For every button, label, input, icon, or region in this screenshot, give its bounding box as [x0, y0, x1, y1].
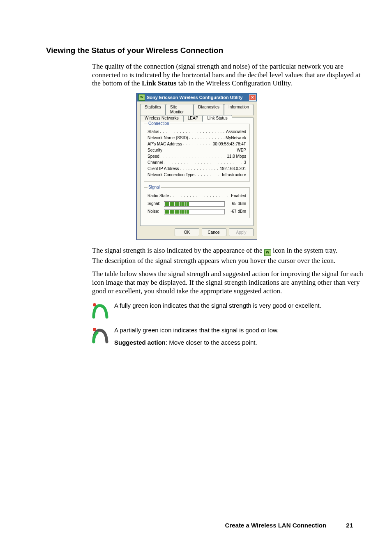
connection-row: Client IP Address192.168.0.201: [148, 166, 246, 172]
signal-icon-item: A partially green icon indicates that th…: [92, 326, 365, 347]
dots: [163, 147, 236, 153]
connection-value: 11.0 Mbps: [227, 153, 246, 159]
bar-segment: [207, 202, 209, 206]
bar-segment: [210, 210, 212, 214]
bar-segment: [165, 202, 167, 206]
signal-legend: Signal: [148, 185, 161, 190]
bar-segment: [187, 202, 189, 206]
connection-value: Infrastructure: [222, 172, 246, 178]
tab-information[interactable]: Information: [224, 104, 254, 115]
bar-segment: [212, 210, 214, 214]
footer-section-title: Create a Wireless LAN Connection: [225, 522, 327, 529]
config-utility-window: w Sony Ericsson Wireless Configuration U…: [136, 93, 257, 240]
bar-segment: [177, 202, 179, 206]
bar-segment: [214, 210, 217, 214]
bar-segment: [175, 210, 177, 214]
connection-key: Client IP Address: [148, 166, 179, 172]
bar-segment: [205, 202, 207, 206]
hover-paragraph: The description of the signal strength a…: [92, 257, 365, 265]
tray-w-icon: w: [264, 249, 271, 256]
bar-segment: [222, 210, 224, 214]
signal-icon-description: A partially green icon indicates that th…: [114, 326, 365, 347]
connection-value: WEP: [237, 147, 246, 153]
bar-segment: [200, 202, 202, 206]
tray-para-b: icon in the system tray.: [271, 246, 337, 254]
window-titlebar: w Sony Ericsson Wireless Configuration U…: [137, 93, 257, 101]
noise-label: Noise:: [148, 209, 164, 214]
radio-state-row: Radio State Enabled: [148, 193, 246, 199]
app-w-icon: w: [138, 94, 145, 101]
bar-segment: [210, 202, 212, 206]
page-footer: Create a Wireless LAN Connection 21: [225, 522, 353, 529]
bar-segment: [222, 202, 224, 206]
connection-legend: Connection: [148, 121, 170, 126]
tab-diagnostics[interactable]: Diagnostics: [194, 104, 224, 115]
signal-icon-description: A fully green icon indicates that the si…: [114, 302, 365, 310]
dialog-button-row: OK Cancel Apply: [140, 228, 254, 236]
bar-segment: [167, 210, 169, 214]
suggested-action: Suggested action: Move closer to the acc…: [114, 339, 365, 347]
tab-link-status[interactable]: Link Status: [203, 115, 232, 122]
dots: [170, 193, 230, 199]
signal-icon-list: A fully green icon indicates that the si…: [92, 302, 365, 347]
connection-value: 3: [244, 159, 246, 166]
bar-segment: [205, 210, 207, 214]
bar-segment: [175, 202, 177, 206]
connection-key: Speed: [148, 153, 159, 159]
bar-segment: [217, 202, 219, 206]
connection-key: Channel: [148, 159, 163, 166]
bar-segment: [189, 202, 191, 206]
connection-row: Channel3: [148, 159, 246, 166]
bar-segment: [165, 210, 167, 214]
signal-icon-text: A partially green icon indicates that th…: [114, 326, 365, 334]
tab-site-monitor[interactable]: Site Monitor: [166, 104, 194, 115]
suggested-action-text: : Move closer to the access point.: [166, 339, 257, 346]
cancel-button[interactable]: Cancel: [202, 228, 226, 236]
footer-page-number: 21: [346, 522, 353, 529]
signal-row: Signal: -65 dBm: [148, 201, 246, 207]
close-icon[interactable]: ×: [249, 94, 256, 101]
radio-state-label: Radio State: [148, 193, 169, 199]
section-heading: Viewing the Status of your Wireless Conn…: [46, 46, 365, 55]
connection-key: Status: [148, 129, 159, 135]
signal-bar: [164, 201, 225, 207]
signal-icon-item: A fully green icon indicates that the si…: [92, 302, 365, 319]
connection-value: MyNetwork: [226, 135, 246, 141]
bar-segment: [182, 210, 184, 214]
tabstrip: Statistics Site Monitor Diagnostics Info…: [140, 104, 254, 118]
bar-segment: [187, 210, 189, 214]
connection-row: StatusAssociated: [148, 129, 246, 135]
tray-para-a: The signal strength is also indicated by…: [92, 246, 264, 254]
tab-wireless-networks[interactable]: Wireless Networks: [140, 115, 183, 122]
link-status-pane: Connection StatusAssociatedNetwork Name …: [140, 117, 254, 226]
dots: [183, 141, 212, 147]
bar-segment: [192, 210, 194, 214]
tab-leap[interactable]: LEAP: [183, 115, 203, 122]
connection-row: AP's MAC Address00:09:58:43:78:4F: [148, 141, 246, 147]
signal-group: Signal Radio State Enabled Signal: -65 d…: [144, 185, 250, 218]
bar-segment: [170, 202, 172, 206]
bar-segment: [184, 202, 187, 206]
bar-segment: [182, 202, 184, 206]
bar-segment: [172, 210, 174, 214]
window-title: Sony Ericsson Wireless Configuration Uti…: [147, 95, 249, 100]
bar-segment: [197, 202, 199, 206]
bar-segment: [202, 210, 204, 214]
signal-full-icon: [92, 302, 108, 319]
ok-button[interactable]: OK: [175, 228, 199, 236]
connection-key: AP's MAC Address: [148, 141, 182, 147]
bar-segment: [200, 210, 202, 214]
bar-segment: [195, 202, 197, 206]
bar-segment: [212, 202, 214, 206]
bar-segment: [214, 202, 217, 206]
tab-statistics[interactable]: Statistics: [140, 104, 166, 115]
intro-paragraph-1: The quality of the connection (signal st…: [92, 62, 365, 88]
connection-key: Security: [148, 147, 162, 153]
connection-row: Speed11.0 Mbps: [148, 153, 246, 159]
connection-value: 00:09:58:43:78:4F: [213, 141, 246, 147]
bar-segment: [202, 202, 204, 206]
tray-icon-paragraph: The signal strength is also indicated by…: [92, 246, 365, 256]
dots: [189, 135, 225, 141]
bar-segment: [172, 202, 174, 206]
signal-label: Signal:: [148, 201, 164, 206]
